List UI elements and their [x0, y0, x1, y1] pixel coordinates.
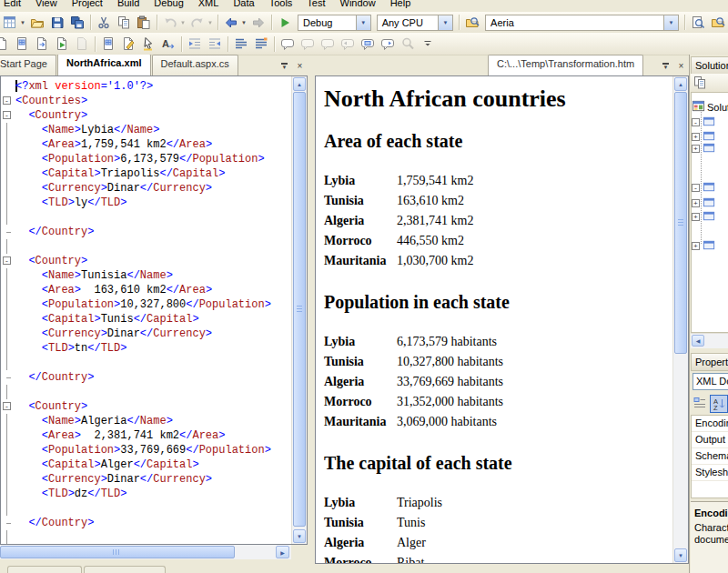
properties-grid[interactable]: EncodingOutputSchemasStylesheet — [691, 415, 728, 498]
navigate-to-bookmark-icon[interactable] — [378, 35, 398, 53]
chevron-down-icon[interactable]: ▼ — [240, 20, 248, 25]
collapse-minus-icon[interactable]: - — [3, 111, 11, 119]
transformation-preview-pane[interactable]: North African countries Area of each sta… — [315, 75, 689, 564]
cut-icon[interactable] — [94, 14, 114, 32]
toggle-bookmark-icon[interactable] — [278, 35, 298, 53]
decrease-indent-icon[interactable] — [185, 35, 205, 53]
solution-tree-item[interactable]: - — [692, 116, 718, 129]
find-in-files-icon[interactable] — [462, 14, 482, 32]
xml-code-area[interactable]: <?xml version='1.0'?><Countries> <Countr… — [15, 79, 291, 544]
scroll-up-icon[interactable]: ▲ — [293, 77, 306, 91]
navigate-backward-icon[interactable]: ▼ — [221, 14, 248, 32]
menu-help[interactable]: Help — [383, 0, 419, 10]
edit-namespaces-icon[interactable] — [118, 35, 138, 53]
solution-tree-item[interactable]: + — [692, 210, 718, 224]
create-schema-icon[interactable] — [12, 35, 32, 53]
tab-northafrica-xml[interactable]: NorthAfrica.xml — [57, 55, 151, 75]
search-combo[interactable]: Aeria ▼ — [485, 15, 679, 31]
collapse-icon[interactable]: - — [692, 118, 700, 126]
editor-vertical-scrollbar[interactable]: ▲ ▼ — [291, 76, 307, 544]
tab-transformation-htm[interactable]: C:\...\Temp\Transformation.htm — [488, 55, 643, 75]
menu-build[interactable]: Build — [110, 0, 147, 10]
chevron-down-icon[interactable]: ▼ — [179, 20, 187, 25]
editor-horizontal-scrollbar[interactable]: ▶ — [0, 545, 291, 559]
scroll-up-icon[interactable]: ▲ — [674, 77, 687, 91]
find-symbol-icon[interactable] — [688, 14, 708, 32]
scrollbar-thumb[interactable] — [0, 546, 235, 558]
save-all-icon[interactable] — [67, 14, 87, 32]
alphabetical-icon[interactable]: AZ — [710, 395, 728, 413]
property-row[interactable]: Schemas — [692, 448, 728, 465]
solution-tree-item[interactable]: + — [692, 239, 718, 253]
go-to-definition-icon[interactable] — [32, 35, 52, 53]
copy-icon[interactable] — [114, 14, 134, 32]
collapse-minus-icon[interactable]: - — [3, 402, 11, 410]
scroll-right-icon[interactable]: ▶ — [276, 546, 289, 558]
tab-list-dropdown-icon[interactable]: ▼ — [278, 59, 291, 73]
format-document-icon[interactable]: A — [158, 35, 178, 53]
save-icon[interactable] — [47, 14, 67, 32]
scroll-left-icon[interactable]: ◀ — [692, 335, 704, 347]
uncomment-selection-icon[interactable] — [251, 35, 271, 53]
find-options-icon[interactable] — [708, 14, 728, 32]
tab-start-page[interactable]: Start Page — [0, 55, 56, 75]
chevron-down-icon[interactable]: ▼ — [19, 20, 26, 25]
collapse-minus-icon[interactable]: - — [3, 256, 11, 265]
start-debugging-icon[interactable] — [275, 14, 295, 32]
validate-xml-document-icon[interactable] — [0, 35, 12, 53]
menu-tools[interactable]: Tools — [262, 0, 300, 10]
open-file-icon[interactable] — [27, 14, 47, 32]
scrollbar-thumb[interactable] — [674, 92, 687, 354]
solution-horizontal-scrollbar[interactable]: ◀ — [691, 333, 728, 348]
paste-icon[interactable] — [134, 14, 154, 32]
expand-icon[interactable]: + — [692, 199, 700, 207]
scroll-down-icon[interactable]: ▼ — [674, 548, 687, 562]
categorized-icon[interactable] — [692, 395, 708, 411]
comment-selection-icon[interactable] — [231, 35, 251, 53]
properties-window-icon[interactable] — [691, 75, 709, 91]
platform-combo[interactable]: Any CPU ▼ — [377, 15, 453, 31]
scrollbar-thumb[interactable] — [293, 92, 306, 527]
schema-view-icon[interactable] — [98, 35, 118, 53]
collapse-minus-icon[interactable]: - — [3, 96, 11, 105]
property-row[interactable]: Output — [692, 432, 728, 448]
expand-icon[interactable]: + — [692, 242, 700, 250]
expand-icon[interactable]: + — [692, 213, 700, 221]
preview-vertical-scrollbar[interactable]: ▲ ▼ — [672, 76, 688, 563]
collapse-icon[interactable]: - — [692, 184, 700, 192]
menu-data[interactable]: Data — [226, 0, 261, 10]
close-tab-icon[interactable]: × — [293, 59, 307, 73]
chevron-down-icon[interactable]: ▼ — [207, 20, 214, 25]
properties-header[interactable]: Properties — [691, 353, 728, 371]
menu-project[interactable]: Project — [65, 0, 110, 10]
xml-editor[interactable]: ---- <?xml version='1.0'?><Countries> <C… — [0, 75, 308, 545]
debug-configuration-combo[interactable]: Debug ▼ — [298, 15, 371, 31]
menu-edit[interactable]: Edit — [0, 0, 28, 10]
solution-tree-item[interactable]: - — [692, 181, 718, 195]
solution-tree-item[interactable]: + — [692, 196, 718, 210]
chevron-down-icon[interactable]: ▼ — [356, 15, 370, 30]
chevron-down-icon[interactable]: ▼ — [438, 15, 452, 30]
tab-default-aspx-cs[interactable]: Default.aspx.cs — [152, 55, 238, 75]
toolbar-options-icon[interactable] — [418, 35, 438, 53]
menu-test[interactable]: Test — [299, 0, 332, 10]
increase-indent-icon[interactable] — [205, 35, 225, 53]
scroll-down-icon[interactable]: ▼ — [293, 529, 306, 543]
property-row[interactable]: Encoding — [692, 416, 728, 432]
chevron-down-icon[interactable]: ▼ — [663, 15, 678, 30]
solution-explorer-header[interactable]: Solution Explorer — [691, 56, 728, 75]
close-tab-icon[interactable]: × — [674, 59, 688, 73]
tab-list-dropdown-icon[interactable]: ▼ — [659, 59, 672, 73]
start-xslt-debugging-icon[interactable] — [52, 35, 72, 53]
task-list-shortcut-icon[interactable] — [358, 35, 378, 53]
menu-window[interactable]: Window — [333, 0, 383, 10]
expand-icon[interactable]: + — [692, 133, 700, 141]
solution-tree-item[interactable]: Solution — [692, 100, 728, 114]
menu-debug[interactable]: Debug — [147, 0, 190, 10]
add-new-item-icon[interactable]: ▼ — [0, 14, 27, 32]
bottom-dock-tab[interactable] — [7, 566, 82, 573]
menu-xml[interactable]: XML — [191, 0, 227, 10]
code-outlining-margin[interactable]: ---- — [1, 79, 15, 544]
bottom-dock-tab[interactable] — [84, 566, 166, 573]
menu-view[interactable]: View — [28, 0, 65, 10]
